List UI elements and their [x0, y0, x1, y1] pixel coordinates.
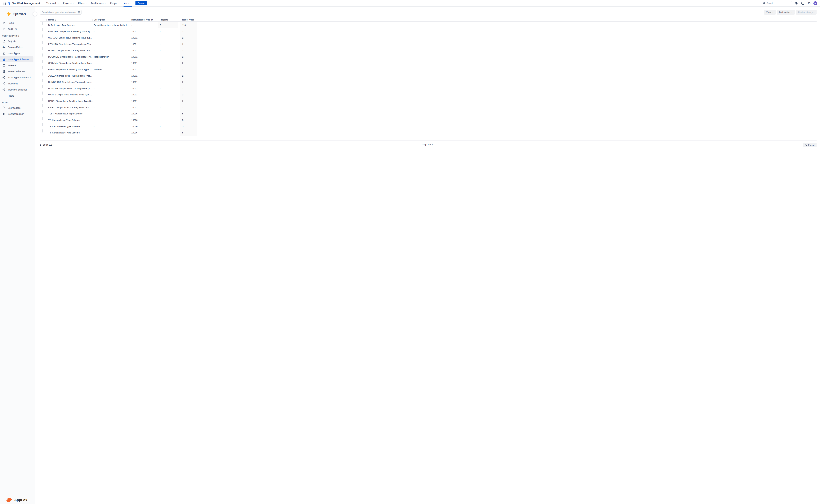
table-row[interactable]: T4: Kanban Issue Type Scheme-10006-5	[40, 130, 257, 136]
issue-types-count: 2	[180, 41, 197, 47]
issue-types-count: 2	[180, 104, 197, 111]
sidebar-item-custom-fields[interactable]: Aa Custom Fields	[0, 44, 33, 50]
issue-types-cell: 2	[180, 60, 197, 66]
projects-cell: -	[158, 92, 180, 98]
sidebar-item-label: Screen Schemes	[8, 70, 25, 73]
description-cell: -	[92, 130, 130, 136]
sidebar-item-user-guides[interactable]: User Guides	[0, 105, 33, 111]
sidebar-item-issue-types[interactable]: Issue Types	[0, 50, 33, 56]
jira-brand[interactable]: Jira Work Management	[8, 2, 40, 5]
table-row[interactable]: HAUR: Simple Issue Tracking Issue Type S…	[40, 98, 257, 104]
projects-cell: -	[158, 123, 180, 130]
row-checkbox[interactable]	[42, 104, 42, 107]
issue-types-cell: 2	[180, 41, 197, 47]
nav-item-dashboards[interactable]: Dashboards▼	[89, 0, 108, 7]
table-row[interactable]: TEST: Kanban Issue Type Scheme-10006-5	[40, 111, 257, 117]
create-button[interactable]: Create	[135, 1, 147, 5]
default-issue-type-id-cell: -	[130, 22, 158, 28]
description-cell: -	[92, 117, 130, 123]
table-row[interactable]: T3: Kanban Issue Type Scheme-10006-5	[40, 123, 257, 130]
table-row[interactable]: Default Issue Type SchemeDefault issue t…	[40, 22, 257, 28]
sidebar-item-projects[interactable]: Projects	[0, 38, 33, 44]
clear-search-icon[interactable]: ✕	[78, 11, 80, 13]
nav-item-filters[interactable]: Filters▼	[76, 0, 89, 7]
table-row[interactable]: HURVU: Simple Issue Tracking Issue Type.…	[40, 47, 257, 54]
default-issue-type-id-cell: 10001	[130, 79, 158, 85]
sidebar-item-screen-schemes[interactable]: Screen Schemes	[0, 68, 33, 74]
row-checkbox[interactable]	[42, 34, 42, 38]
row-checkbox[interactable]	[42, 28, 42, 31]
description-cell: -	[92, 123, 130, 130]
sidebar-item-screens[interactable]: Screens	[0, 62, 33, 68]
description-cell: -	[92, 41, 130, 47]
column-header-name[interactable]: Name	[46, 19, 92, 21]
row-checkbox[interactable]	[42, 98, 42, 101]
name-cell: WORR: Simple Issue Tracking Issue Type .…	[46, 92, 92, 98]
row-checkbox[interactable]	[42, 60, 42, 63]
row-checkbox[interactable]	[42, 22, 42, 25]
lightning-bolt-icon	[6, 11, 11, 17]
table-row[interactable]: BABM: Simple Issue Tracking Issue Type .…	[40, 66, 257, 73]
table-row[interactable]: CESIJNA: Simple Issue Tracking Issue Typ…	[40, 60, 257, 66]
name-cell: WARJAD: Simple Issue Tracking Issue Typ.…	[46, 35, 92, 41]
table-row[interactable]: POVURO: Simple Issue Tracking Issue Typ.…	[40, 41, 257, 47]
table-row[interactable]: UDWULH: Simple Issue Tracking Issue Ty..…	[40, 85, 257, 92]
checkbox-cell	[40, 123, 46, 130]
name-cell: CESIJNA: Simple Issue Tracking Issue Typ…	[46, 60, 92, 66]
nav-item-projects[interactable]: Projects▼	[61, 0, 76, 7]
column-header-default-issue-type-id: Default Issue Type ID	[130, 19, 158, 21]
table-row[interactable]: JOIBZA: Simple Issue Tracking Issue Type…	[40, 73, 257, 79]
row-checkbox[interactable]	[42, 123, 42, 126]
sidebar-item-issue-type-screen-schemes[interactable]: Issue Type Screen Sch...	[0, 74, 33, 81]
sidebar-item-issue-type-schemes[interactable]: Issue Type Schemes	[0, 56, 33, 62]
sidebar-item-label: Audit Log	[8, 28, 17, 30]
sidebar-collapse-button[interactable]: ‹	[33, 12, 37, 16]
table-row[interactable]: LAJBU: Simple Issue Tracking Issue Type …	[40, 104, 257, 111]
table-row[interactable]: WORR: Simple Issue Tracking Issue Type .…	[40, 92, 257, 98]
description-cell: -	[92, 47, 130, 54]
row-checkbox[interactable]	[42, 91, 42, 95]
default-issue-type-id-cell: 10001	[130, 98, 158, 104]
table-row[interactable]: WARJAD: Simple Issue Tracking Issue Typ.…	[40, 35, 257, 41]
description-cell: -	[92, 35, 130, 41]
row-checkbox[interactable]	[42, 47, 42, 50]
row-checkbox[interactable]	[42, 53, 42, 57]
sidebar-item-filters[interactable]: Filters	[0, 93, 33, 99]
description-cell: -	[92, 73, 130, 79]
row-checkbox[interactable]	[42, 117, 42, 120]
table-row[interactable]: T2: Kanban Issue Type Scheme-10006-5	[40, 117, 257, 123]
name-cell: T4: Kanban Issue Type Scheme	[46, 130, 92, 136]
grid-icon	[3, 2, 6, 5]
sidebar-item-contact-support[interactable]: Contact Support	[0, 111, 33, 117]
issue-types-cell: 2	[180, 66, 197, 73]
sidebar-item-workflows[interactable]: Workflows	[0, 81, 33, 87]
nav-item-your-work[interactable]: Your work▼	[44, 0, 61, 7]
issue-types-count: 5	[180, 111, 197, 117]
optimizer-logo: Optimizer	[6, 11, 35, 17]
default-issue-type-id-cell: 10001	[130, 85, 158, 92]
table-row[interactable]: DUOMIGE: Simple Issue Tracking Issue Ty.…	[40, 54, 257, 60]
sidebar-item-label: Issue Types	[8, 52, 20, 55]
nav-item-people[interactable]: People▼	[108, 0, 122, 7]
row-checkbox[interactable]	[42, 66, 42, 69]
scheme-monitor-check-icon	[2, 58, 6, 61]
nav-item-apps[interactable]: Apps▼	[122, 0, 134, 7]
row-checkbox[interactable]	[42, 110, 42, 113]
row-checkbox[interactable]	[42, 72, 42, 76]
sidebar-item-workflow-schemes[interactable]: Workflow Schemes	[0, 87, 33, 93]
table-row[interactable]: RUNGOKOT: Simple Issue Tracking Issue ..…	[40, 79, 257, 85]
results-range: 1 - 18 of 1514	[40, 144, 53, 146]
row-checkbox[interactable]	[42, 85, 42, 88]
name-cell: JOIBZA: Simple Issue Tracking Issue Type…	[46, 73, 92, 79]
default-issue-type-id-cell: 10001	[130, 54, 158, 60]
row-checkbox[interactable]	[42, 79, 42, 82]
app-switcher-icon[interactable]	[2, 1, 6, 5]
issue-types-count: 2	[180, 73, 197, 79]
sidebar-item-audit-log[interactable]: Audit Log	[0, 26, 33, 32]
scheme-search-input[interactable]	[40, 10, 82, 15]
table-row[interactable]: REBDATV: Simple Issue Tracking Issue Ty.…	[40, 28, 257, 35]
row-checkbox[interactable]	[42, 41, 42, 44]
issue-types-count: 2	[180, 35, 197, 41]
sidebar-item-home[interactable]: Home	[0, 20, 33, 26]
row-checkbox[interactable]	[42, 129, 42, 132]
